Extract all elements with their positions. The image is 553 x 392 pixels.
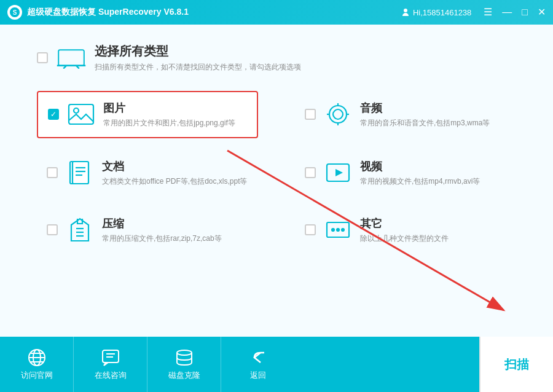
user-info: Hi,15851461238 (401, 7, 471, 17)
main-content: 选择所有类型 扫描所有类型文件，如不清楚找回的文件类型，请勾选此项选项 ✓ 图片… (0, 25, 553, 337)
audio-name: 音频 (360, 101, 490, 116)
svg-point-25 (342, 229, 344, 231)
image-info: 图片 常用的图片文件和图片,包括jpg,png,gif等 (103, 101, 235, 128)
svg-point-23 (332, 229, 334, 231)
clone-label: 磁盘克隆 (168, 370, 200, 381)
maximize-button[interactable]: □ (522, 7, 528, 17)
other-name: 其它 (360, 216, 449, 231)
nav-clone[interactable]: 磁盘克隆 (147, 337, 221, 392)
scan-label: 扫描 (504, 356, 529, 373)
audio-info: 音频 常用的音乐和语音文件,包括mp3,wma等 (360, 101, 490, 128)
video-name: 视频 (360, 159, 480, 174)
compressed-description: 常用的压缩文件,包括rar,zip,7z,cab等 (102, 233, 222, 244)
nav-consult[interactable]: 在线咨询 (74, 337, 147, 392)
audio-checkbox[interactable] (305, 109, 316, 120)
select-all-row: 选择所有类型 扫描所有类型文件，如不清楚找回的文件类型，请勾选此项选项 (37, 43, 516, 73)
file-type-compressed[interactable]: 压缩 常用的压缩文件,包括rar,zip,7z,cab等 (37, 208, 258, 253)
file-type-video[interactable]: 视频 常用的视频文件,包括mp4,rmvb,avi等 (295, 151, 516, 195)
svg-rect-13 (73, 162, 88, 184)
other-info: 其它 除以上几种文件类型的文件 (360, 216, 449, 244)
app-logo: S (7, 5, 22, 20)
other-checkbox[interactable] (305, 224, 316, 235)
file-type-audio[interactable]: 音频 常用的音乐和语音文件,包括mp3,wma等 (295, 91, 516, 138)
file-type-image[interactable]: ✓ 图片 常用的图片文件和图片,包括jpg,png,gif等 (37, 91, 258, 138)
nav-back[interactable]: 返回 (221, 337, 295, 392)
svg-point-24 (337, 229, 339, 231)
image-checkbox[interactable]: ✓ (48, 109, 59, 120)
window-controls: ☰ — □ ✕ (484, 7, 546, 17)
website-label: 访问官网 (21, 370, 53, 381)
compressed-info: 压缩 常用的压缩文件,包括rar,zip,7z,cab等 (102, 216, 222, 244)
back-label: 返回 (250, 370, 266, 381)
svg-marker-18 (335, 169, 343, 176)
bottom-bar: 访问官网 在线咨询 磁盘克隆 返回 (0, 337, 553, 392)
svg-point-36 (177, 350, 192, 355)
menu-button[interactable]: ☰ (484, 7, 492, 17)
document-checkbox[interactable] (47, 167, 58, 178)
app-title: 超级硬盘数据恢复 SuperRecovery V6.8.1 (27, 7, 401, 18)
title-bar: S 超级硬盘数据恢复 SuperRecovery V6.8.1 Hi,15851… (0, 0, 553, 25)
document-description: 文档类文件如office PDF等,包括doc,xls,ppt等 (102, 176, 248, 187)
document-name: 文档 (102, 159, 248, 174)
scan-button[interactable]: 扫描 (479, 337, 553, 392)
image-description: 常用的图片文件和图片,包括jpg,png,gif等 (103, 118, 235, 128)
close-button[interactable]: ✕ (538, 7, 546, 17)
svg-rect-2 (58, 50, 84, 66)
file-types-grid: ✓ 图片 常用的图片文件和图片,包括jpg,png,gif等 (37, 91, 516, 252)
other-description: 除以上几种文件类型的文件 (360, 233, 449, 244)
file-type-document[interactable]: 文档 文档类文件如office PDF等,包括doc,xls,ppt等 (37, 151, 258, 195)
bottom-navigation: 访问官网 在线咨询 磁盘克隆 返回 (0, 337, 553, 392)
select-all-info: 选择所有类型 扫描所有类型文件，如不清楚找回的文件类型，请勾选此项选项 (95, 43, 301, 73)
video-info: 视频 常用的视频文件,包括mp4,rmvb,avi等 (360, 159, 480, 187)
document-info: 文档 文档类文件如office PDF等,包括doc,xls,ppt等 (102, 159, 248, 187)
svg-point-7 (74, 108, 79, 113)
compressed-name: 压缩 (102, 216, 222, 231)
minimize-button[interactable]: — (502, 7, 512, 17)
compressed-checkbox[interactable] (47, 224, 58, 235)
select-all-description: 扫描所有类型文件，如不清楚找回的文件类型，请勾选此项选项 (95, 62, 301, 73)
select-all-label: 选择所有类型 (95, 43, 301, 60)
file-type-other[interactable]: 其它 除以上几种文件类型的文件 (295, 208, 516, 253)
video-checkbox[interactable] (305, 167, 316, 178)
svg-rect-6 (69, 104, 93, 124)
username: Hi,15851461238 (413, 8, 471, 17)
consult-label: 在线咨询 (95, 370, 127, 381)
video-description: 常用的视频文件,包括mp4,rmvb,avi等 (360, 176, 480, 187)
image-name: 图片 (103, 101, 235, 116)
select-all-checkbox[interactable] (37, 52, 48, 63)
nav-website[interactable]: 访问官网 (0, 337, 74, 392)
audio-description: 常用的音乐和语音文件,包括mp3,wma等 (360, 118, 490, 128)
svg-text:S: S (13, 9, 17, 16)
